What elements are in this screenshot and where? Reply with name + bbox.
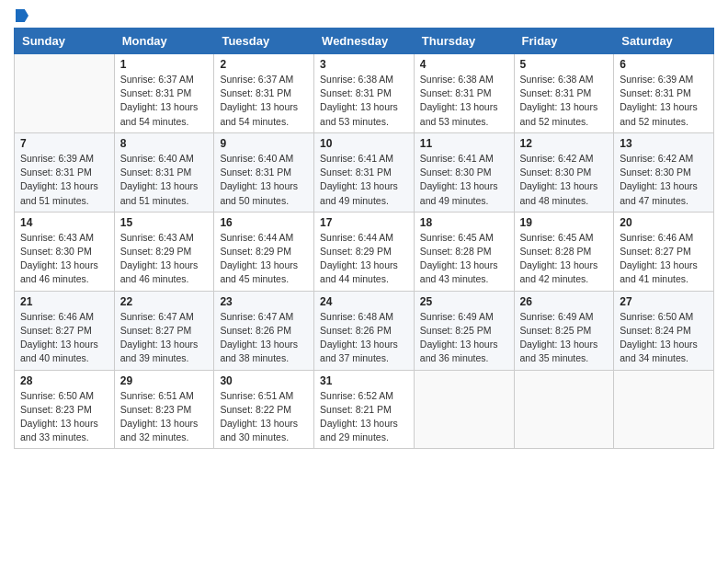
day-number: 16 [220,216,308,229]
day-number: 24 [320,295,408,308]
day-info: Sunrise: 6:51 AMSunset: 8:23 PMDaylight:… [120,389,209,445]
day-cell: 27Sunrise: 6:50 AMSunset: 8:24 PMDayligh… [614,291,714,370]
day-info: Sunrise: 6:44 AMSunset: 8:29 PMDaylight:… [220,231,308,287]
day-info: Sunrise: 6:43 AMSunset: 8:29 PMDaylight:… [120,231,209,287]
day-info: Sunrise: 6:39 AMSunset: 8:31 PMDaylight:… [20,152,108,208]
day-number: 21 [20,295,108,308]
day-number: 27 [620,295,708,308]
day-number: 22 [120,295,209,308]
day-cell: 10Sunrise: 6:41 AMSunset: 8:31 PMDayligh… [314,132,415,212]
day-number: 15 [120,216,209,229]
day-number: 9 [220,137,308,150]
day-cell: 7Sunrise: 6:39 AMSunset: 8:31 PMDaylight… [15,132,115,212]
day-number: 5 [520,58,609,71]
day-info: Sunrise: 6:45 AMSunset: 8:28 PMDaylight:… [420,231,508,287]
day-cell: 24Sunrise: 6:48 AMSunset: 8:26 PMDayligh… [314,291,415,370]
day-cell [15,54,115,133]
day-number: 20 [620,216,708,229]
header-thursday: Thursday [414,29,514,54]
day-number: 11 [420,137,508,150]
day-info: Sunrise: 6:38 AMSunset: 8:31 PMDaylight:… [420,73,508,129]
day-number: 29 [120,374,209,387]
calendar-table: SundayMondayTuesdayWednesdayThursdayFrid… [14,28,714,449]
day-cell: 29Sunrise: 6:51 AMSunset: 8:23 PMDayligh… [114,370,214,449]
day-number: 25 [420,295,508,308]
day-cell: 15Sunrise: 6:43 AMSunset: 8:29 PMDayligh… [114,212,214,291]
day-cell: 16Sunrise: 6:44 AMSunset: 8:29 PMDayligh… [214,212,314,291]
day-cell: 26Sunrise: 6:49 AMSunset: 8:25 PMDayligh… [514,291,614,370]
day-info: Sunrise: 6:45 AMSunset: 8:28 PMDaylight:… [520,231,609,287]
week-row-3: 14Sunrise: 6:43 AMSunset: 8:30 PMDayligh… [15,212,714,291]
day-info: Sunrise: 6:51 AMSunset: 8:22 PMDaylight:… [220,389,308,445]
day-number: 14 [20,216,108,229]
day-cell: 23Sunrise: 6:47 AMSunset: 8:26 PMDayligh… [214,291,314,370]
day-info: Sunrise: 6:41 AMSunset: 8:30 PMDaylight:… [420,152,508,208]
day-cell: 22Sunrise: 6:47 AMSunset: 8:27 PMDayligh… [114,291,214,370]
day-cell: 1Sunrise: 6:37 AMSunset: 8:31 PMDaylight… [114,54,214,133]
day-number: 6 [620,58,708,71]
week-row-2: 7Sunrise: 6:39 AMSunset: 8:31 PMDaylight… [15,132,714,212]
day-number: 31 [320,374,408,387]
day-number: 18 [420,216,508,229]
day-cell: 8Sunrise: 6:40 AMSunset: 8:31 PMDaylight… [114,132,214,212]
week-row-1: 1Sunrise: 6:37 AMSunset: 8:31 PMDaylight… [15,54,714,133]
day-number: 13 [620,137,708,150]
day-cell: 6Sunrise: 6:39 AMSunset: 8:31 PMDaylight… [614,54,714,133]
day-info: Sunrise: 6:48 AMSunset: 8:26 PMDaylight:… [320,310,408,366]
day-cell: 4Sunrise: 6:38 AMSunset: 8:31 PMDaylight… [414,54,514,133]
day-number: 4 [420,58,508,71]
day-cell: 14Sunrise: 6:43 AMSunset: 8:30 PMDayligh… [15,212,115,291]
day-info: Sunrise: 6:40 AMSunset: 8:31 PMDaylight:… [220,152,308,208]
page-header [14,9,714,22]
day-info: Sunrise: 6:37 AMSunset: 8:31 PMDaylight:… [120,73,209,129]
day-info: Sunrise: 6:39 AMSunset: 8:31 PMDaylight:… [620,73,708,129]
day-info: Sunrise: 6:37 AMSunset: 8:31 PMDaylight:… [220,73,308,129]
day-info: Sunrise: 6:38 AMSunset: 8:31 PMDaylight:… [320,73,408,129]
day-number: 30 [220,374,308,387]
day-number: 2 [220,58,308,71]
day-number: 23 [220,295,308,308]
day-number: 8 [120,137,209,150]
day-info: Sunrise: 6:49 AMSunset: 8:25 PMDaylight:… [420,310,508,366]
day-cell [414,370,514,449]
header-wednesday: Wednesday [314,29,415,54]
day-number: 26 [520,295,609,308]
day-number: 12 [520,137,609,150]
day-cell: 3Sunrise: 6:38 AMSunset: 8:31 PMDaylight… [314,54,415,133]
week-row-5: 28Sunrise: 6:50 AMSunset: 8:23 PMDayligh… [15,370,714,449]
header-monday: Monday [114,29,214,54]
header-tuesday: Tuesday [214,29,314,54]
header-saturday: Saturday [614,29,714,54]
day-info: Sunrise: 6:41 AMSunset: 8:31 PMDaylight:… [320,152,408,208]
day-cell: 2Sunrise: 6:37 AMSunset: 8:31 PMDaylight… [214,54,314,133]
day-number: 3 [320,58,408,71]
day-info: Sunrise: 6:43 AMSunset: 8:30 PMDaylight:… [20,231,108,287]
day-number: 1 [120,58,209,71]
day-info: Sunrise: 6:47 AMSunset: 8:26 PMDaylight:… [220,310,308,366]
day-info: Sunrise: 6:46 AMSunset: 8:27 PMDaylight:… [20,310,108,366]
day-info: Sunrise: 6:38 AMSunset: 8:31 PMDaylight:… [520,73,609,129]
header-row: SundayMondayTuesdayWednesdayThursdayFrid… [15,29,714,54]
week-row-4: 21Sunrise: 6:46 AMSunset: 8:27 PMDayligh… [15,291,714,370]
day-cell: 12Sunrise: 6:42 AMSunset: 8:30 PMDayligh… [514,132,614,212]
day-cell: 13Sunrise: 6:42 AMSunset: 8:30 PMDayligh… [614,132,714,212]
header-friday: Friday [514,29,614,54]
day-info: Sunrise: 6:50 AMSunset: 8:23 PMDaylight:… [20,389,108,445]
day-number: 10 [320,137,408,150]
day-cell: 20Sunrise: 6:46 AMSunset: 8:27 PMDayligh… [614,212,714,291]
day-cell [514,370,614,449]
day-number: 28 [20,374,108,387]
day-cell: 31Sunrise: 6:52 AMSunset: 8:21 PMDayligh… [314,370,415,449]
day-number: 17 [320,216,408,229]
logo [14,9,28,22]
day-cell: 25Sunrise: 6:49 AMSunset: 8:25 PMDayligh… [414,291,514,370]
day-info: Sunrise: 6:50 AMSunset: 8:24 PMDaylight:… [620,310,708,366]
header-sunday: Sunday [15,29,115,54]
day-cell [614,370,714,449]
day-cell: 19Sunrise: 6:45 AMSunset: 8:28 PMDayligh… [514,212,614,291]
day-info: Sunrise: 6:52 AMSunset: 8:21 PMDaylight:… [320,389,408,445]
day-cell: 9Sunrise: 6:40 AMSunset: 8:31 PMDaylight… [214,132,314,212]
day-info: Sunrise: 6:49 AMSunset: 8:25 PMDaylight:… [520,310,609,366]
day-number: 19 [520,216,609,229]
logo-shape-icon [16,9,28,22]
